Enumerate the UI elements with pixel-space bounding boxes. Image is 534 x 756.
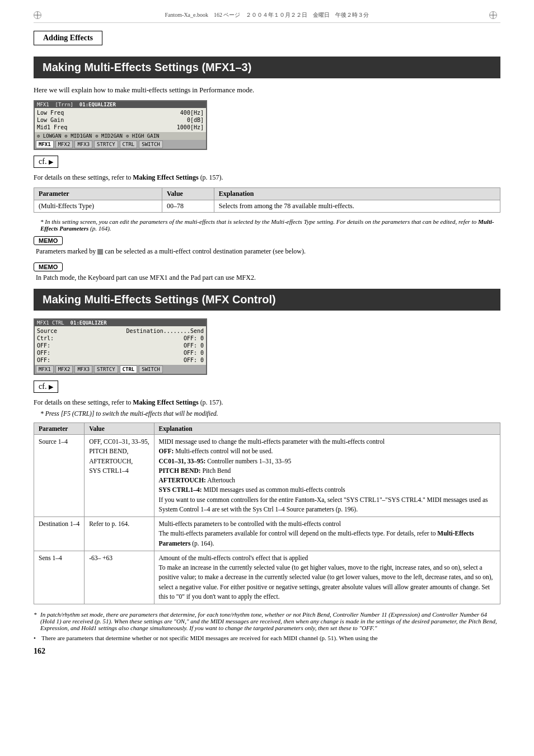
param-table-2-header-explanation: Explanation <box>154 423 500 435</box>
param-table-2-header-param: Parameter <box>34 423 85 435</box>
memo-label-1: MEMO <box>34 236 63 245</box>
header-bar: Fantom-Xa_e.book 162 ページ ２００４年１０月２２日 金曜日… <box>34 11 500 23</box>
param-source-explanation: MIDI message used to change the multi-ef… <box>154 435 500 517</box>
screen2-row5: OFF:OFF: 0 <box>37 356 204 364</box>
footnote1: In patch/rhythm set mode, there are para… <box>34 611 500 631</box>
cf-arrow-2: cf. <box>39 382 46 391</box>
param-1-value: 00–78 <box>162 200 214 213</box>
footnote2: There are parameters that determine whet… <box>34 635 500 641</box>
note1: In this setting screen, you can edit the… <box>34 218 500 232</box>
screen2-row1: SourceDestination........Send <box>37 327 204 335</box>
cf-box-2: cf. ▶ <box>34 381 58 393</box>
cf-detail-2: For details on these settings, refer to … <box>34 398 500 407</box>
reg-mark-left <box>34 11 41 19</box>
param-table-2-row-sens: Sens 1–4 -63– +63 Amount of the multi-ef… <box>34 551 500 604</box>
screen1-row2: Low Gain0[dB] <box>37 116 204 124</box>
param-sens-explanation: Amount of the multi-effects control's ef… <box>154 551 500 604</box>
param-dest-name: Destination 1–4 <box>34 517 85 551</box>
param-table-1-header-value: Value <box>162 188 214 200</box>
cf-arrow-symbol-2: ▶ <box>49 383 53 391</box>
param-dest-value: Refer to p. 164. <box>85 517 154 551</box>
param-sens-value: -63– +63 <box>85 551 154 604</box>
param-1-name: (Multi-Effects Type) <box>34 200 162 213</box>
reg-mark-right <box>489 11 497 19</box>
screen2-row4: OFF:OFF: 0 <box>37 349 204 356</box>
screen2-title-text: MFX1 CTRL 01:EQUALIZER <box>37 320 107 326</box>
screen1-row3: Mid1 Freq1000[Hz] <box>37 124 204 131</box>
memo-content-2: In Patch mode, the Keyboard part can use… <box>34 274 500 282</box>
param-table-1-header-param: Parameter <box>34 188 162 200</box>
screen2-title: MFX1 CTRL 01:EQUALIZER <box>35 320 206 326</box>
section-label-text: Adding Effects <box>43 34 93 42</box>
param-1-explanation: Selects from among the 78 available mult… <box>214 200 500 213</box>
tab-mfx3[interactable]: MFX3 <box>74 140 92 148</box>
param-table-2-header-value: Value <box>85 423 154 435</box>
param-source-value: OFF, CC01–31, 33–95,PITCH BEND,AFTERTOUC… <box>85 435 154 517</box>
param-table-1-header-explanation: Explanation <box>214 188 500 200</box>
param-sens-name: Sens 1–4 <box>34 551 85 604</box>
knob-lowgan: ⊙ LOWGAN <box>37 133 61 139</box>
screen2-body: SourceDestination........Send Ctrl:OFF: … <box>35 326 206 365</box>
tab2-mfx3[interactable]: MFX3 <box>74 365 92 373</box>
press-note: * Press [F5 (CTRL)] to switch the multi-… <box>34 410 500 417</box>
tab-strtcy[interactable]: STRTCY <box>94 140 118 148</box>
cf-arrow-1: cf. <box>39 157 46 166</box>
cf-box-1: cf. ▶ <box>34 156 58 168</box>
section1-heading: Making Multi-Effects Settings (MFX1–3) <box>34 57 500 78</box>
screen1-body: Low Freq400[Hz] Low Gain0[dB] Mid1 Freq1… <box>35 108 206 132</box>
screen1-title-text: MFX1 [Trrn] 01:EQUALIZER <box>37 102 116 107</box>
cf-detail-1: For details on these settings, refer to … <box>34 173 500 182</box>
param-table-2-row-destination: Destination 1–4 Refer to p. 164. Multi-e… <box>34 517 500 551</box>
screen1-tabs: MFX1 MFX2 MFX3 STRTCY CTRL SWITCH <box>35 140 206 149</box>
tab2-switch[interactable]: SWITCH <box>139 365 163 373</box>
tab2-strtcy[interactable]: STRTCY <box>94 365 118 373</box>
memo-content-1: Parameters marked by can be selected as … <box>34 247 500 256</box>
memo-block-2: MEMO In Patch mode, the Keyboard part ca… <box>34 262 500 282</box>
section2-heading: Making Multi-Effects Settings (MFX Contr… <box>34 289 500 311</box>
param-table-2-row-source: Source 1–4 OFF, CC01–31, 33–95,PITCH BEN… <box>34 435 500 517</box>
screen2-tabs: MFX1 MFX2 MFX3 STRTCY CTRL SWITCH <box>35 365 206 374</box>
screen2-row2: Ctrl:OFF: 0 <box>37 335 204 342</box>
tab2-mfx1[interactable]: MFX1 <box>36 365 54 373</box>
screen2-row3: OFF:OFF: 0 <box>37 342 204 349</box>
param-source-name: Source 1–4 <box>34 435 85 517</box>
tab-mfx1[interactable]: MFX1 <box>36 140 54 148</box>
section2-screen: MFX1 CTRL 01:EQUALIZER SourceDestination… <box>34 318 207 375</box>
param-table-2: Parameter Value Explanation Source 1–4 O… <box>34 422 500 604</box>
section1-intro: Here we will explain how to make multi-e… <box>34 86 500 95</box>
memo-label-2: MEMO <box>34 262 63 271</box>
screen1-title: MFX1 [Trrn] 01:EQUALIZER <box>35 101 206 108</box>
param-table-1: Parameter Value Explanation (Multi-Effec… <box>34 187 500 213</box>
screen1-knob-row: ⊙ LOWGAN ⊙ MID1GAN ⊙ MID2GAN ⊙ HIGH GAIN <box>35 132 206 140</box>
screen1-row1: Low Freq400[Hz] <box>37 109 204 116</box>
page-number: 162 <box>34 647 500 656</box>
param-table-1-row-1: (Multi-Effects Type) 00–78 Selects from … <box>34 200 500 213</box>
knob-highgan: ⊙ HIGH GAIN <box>126 133 160 139</box>
header-text: Fantom-Xa_e.book 162 ページ ２００４年１０月２２日 金曜日… <box>45 11 489 19</box>
tab-mfx2[interactable]: MFX2 <box>55 140 73 148</box>
page-container: Fantom-Xa_e.book 162 ページ ２００４年１０月２２日 金曜日… <box>0 0 534 756</box>
tab2-mfx2[interactable]: MFX2 <box>55 365 73 373</box>
param-dest-explanation: Multi-effects parameters to be controlle… <box>154 517 500 551</box>
section-label-box: Adding Effects <box>34 31 102 45</box>
section1-screen: MFX1 [Trrn] 01:EQUALIZER Low Freq400[Hz]… <box>34 100 207 150</box>
cf-arrow-symbol: ▶ <box>49 158 53 166</box>
tab2-ctrl[interactable]: CTRL <box>120 365 138 373</box>
memo-block-1: MEMO Parameters marked by can be selecte… <box>34 236 500 256</box>
knob-mid1gan: ⊙ MID1GAN <box>64 133 92 139</box>
tab-switch[interactable]: SWITCH <box>139 140 163 148</box>
knob-mid2gan: ⊙ MID2GAN <box>95 133 123 139</box>
tab-ctrl[interactable]: CTRL <box>120 140 138 148</box>
